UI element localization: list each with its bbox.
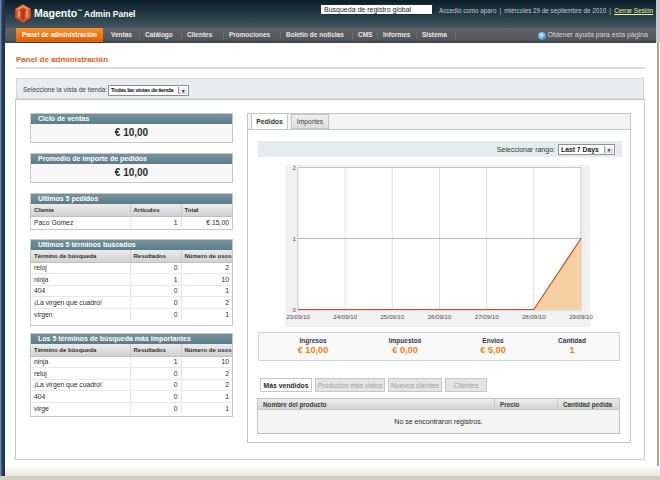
svg-text:24/09/10: 24/09/10 <box>333 313 357 320</box>
svg-text:27/09/10: 27/09/10 <box>475 313 499 320</box>
svg-text:25/09/10: 25/09/10 <box>380 313 404 320</box>
svg-text:23/09/10: 23/09/10 <box>286 313 310 320</box>
svg-text:26/09/10: 26/09/10 <box>428 313 452 320</box>
svg-text:29/09/10: 29/09/10 <box>569 313 593 320</box>
svg-text:28/09/10: 28/09/10 <box>522 313 546 320</box>
